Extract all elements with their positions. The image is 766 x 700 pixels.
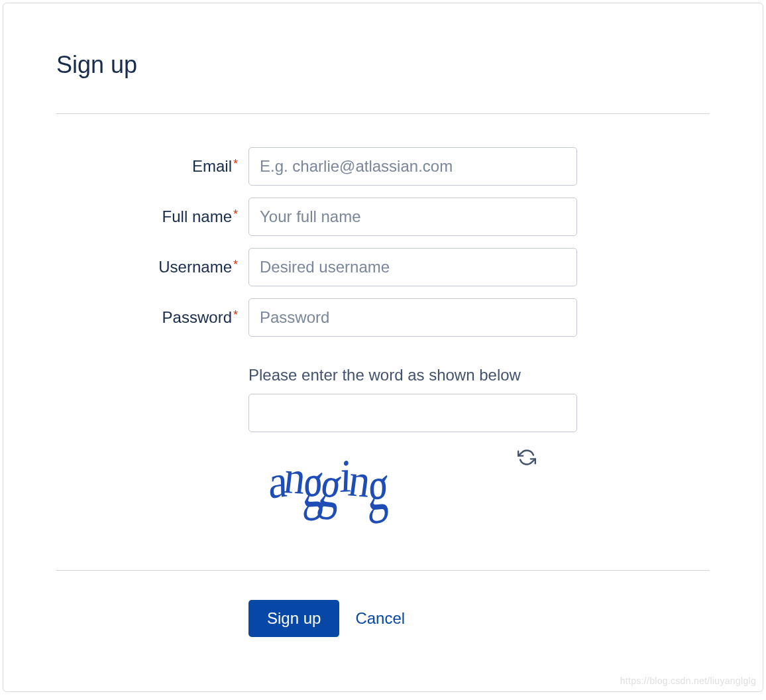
- fullname-row: Full name*: [56, 198, 710, 236]
- required-asterisk: *: [233, 258, 238, 271]
- fullname-label: Full name*: [56, 207, 248, 226]
- captcha-prompt: Please enter the word as shown below: [248, 366, 577, 384]
- required-asterisk: *: [233, 207, 238, 221]
- username-row: Username*: [56, 248, 710, 286]
- captcha-input[interactable]: [248, 394, 577, 432]
- username-label-text: Username: [158, 258, 232, 276]
- required-asterisk: *: [233, 308, 238, 321]
- password-label-text: Password: [162, 308, 232, 326]
- refresh-icon[interactable]: [518, 448, 537, 468]
- username-input[interactable]: [248, 248, 577, 286]
- fullname-label-text: Full name: [162, 207, 232, 225]
- form-actions: Sign up Cancel: [248, 600, 710, 637]
- captcha-image-row: angging: [248, 444, 577, 537]
- captcha-section: Please enter the word as shown below ang…: [248, 366, 577, 537]
- signup-form: Email* Full name* Username* Pass: [56, 114, 710, 637]
- email-input[interactable]: [248, 147, 577, 186]
- email-label-text: Email: [192, 157, 232, 175]
- password-label: Password*: [56, 308, 248, 327]
- password-row: Password*: [56, 298, 710, 337]
- captcha-image: angging: [266, 452, 388, 506]
- fullname-input[interactable]: [248, 198, 577, 236]
- username-label: Username*: [56, 258, 248, 276]
- email-row: Email*: [56, 147, 710, 186]
- divider-bottom: [56, 570, 710, 571]
- password-input[interactable]: [248, 298, 577, 337]
- signup-card: Sign up Email* Full name* Username*: [3, 3, 763, 692]
- required-asterisk: *: [233, 157, 238, 170]
- cancel-button[interactable]: Cancel: [355, 609, 405, 628]
- email-label: Email*: [56, 157, 248, 176]
- signup-button[interactable]: Sign up: [248, 600, 339, 637]
- watermark: https://blog.csdn.net/liuyanglglg: [620, 675, 756, 686]
- page-title: Sign up: [56, 51, 710, 79]
